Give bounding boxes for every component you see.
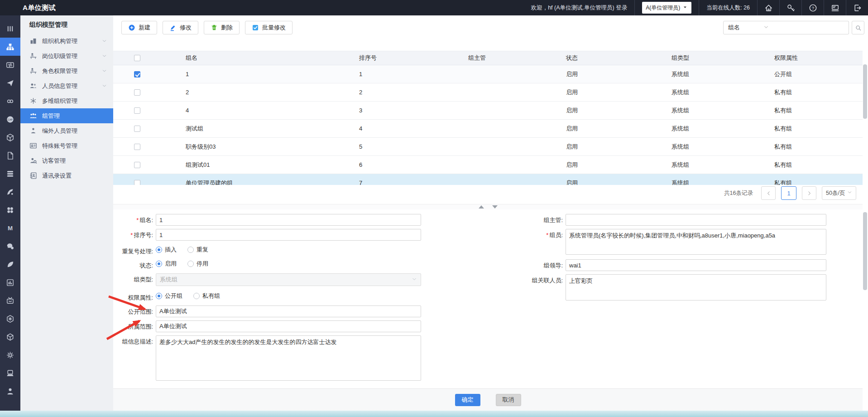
form-scrollbar-thumb[interactable]: [863, 212, 867, 290]
logout-icon[interactable]: [846, 0, 868, 15]
left-field-input-0[interactable]: [156, 214, 421, 226]
sidebar-item-6[interactable]: 编外人员管理: [20, 123, 113, 138]
rail-tv-face-icon[interactable]: [0, 291, 20, 310]
role-select[interactable]: A(单位管理员): [642, 2, 691, 14]
cell-权限属性: 私有组: [749, 179, 863, 185]
chevron-down-icon: [102, 39, 107, 44]
row-checkbox[interactable]: [134, 89, 140, 96]
row-checkbox[interactable]: [134, 144, 140, 150]
rail-book-stack-icon[interactable]: [0, 165, 20, 183]
sidebar-item-3[interactable]: 人员信息管理: [20, 78, 113, 93]
left-field-input-7[interactable]: [156, 320, 421, 332]
edit-button[interactable]: 修改: [163, 21, 198, 34]
right-field-textarea-1[interactable]: 系统管理员(名字较长的时候),集团管理员,中和财吗,a8user1,小唐,mia…: [566, 229, 826, 255]
rail-cap-badge-icon[interactable]: CAP: [0, 110, 20, 128]
cell-状态: 启用: [541, 179, 647, 185]
row-checkbox[interactable]: [134, 107, 140, 114]
row-checkbox[interactable]: [134, 180, 140, 185]
radio-option[interactable]: 插入: [156, 246, 177, 254]
cell-排序号: 3: [334, 107, 443, 114]
sidebar-item-0[interactable]: 组织机构管理: [20, 34, 113, 48]
select-all-checkbox[interactable]: [134, 55, 140, 61]
page-size-select[interactable]: 50条/页: [822, 186, 856, 200]
sidebar-item-1[interactable]: 岗位职级管理: [20, 48, 113, 63]
prev-page-button[interactable]: [761, 186, 776, 200]
sidebar-item-8[interactable]: 访客管理: [20, 153, 113, 168]
field-label: 组类型:: [113, 273, 153, 286]
rail-paint-fan-icon[interactable]: [0, 183, 20, 201]
search-field-select[interactable]: 组名: [723, 21, 774, 34]
rail-chat-bubbles-icon[interactable]: [0, 237, 20, 255]
row-checkbox[interactable]: [134, 71, 140, 78]
collapse-up-button[interactable]: [479, 205, 484, 208]
rail-document-icon[interactable]: [0, 146, 20, 165]
current-page-button[interactable]: 1: [781, 186, 796, 200]
rail-cube-outline-icon[interactable]: [0, 128, 20, 146]
row-checkbox[interactable]: [134, 162, 140, 168]
table-row-2[interactable]: 43启用系统组私有组: [113, 102, 863, 120]
radio-option[interactable]: 私有组: [193, 292, 220, 300]
create-button[interactable]: 新建: [121, 21, 157, 34]
rail-paper-plane-icon[interactable]: [0, 74, 20, 92]
cell-组类型: 系统组: [647, 143, 749, 151]
right-field-textarea-3[interactable]: 上官彩页: [566, 274, 826, 301]
table-row-4[interactable]: 职务级别035启用系统组私有组: [113, 138, 863, 156]
table-scrollbar-thumb[interactable]: [863, 64, 867, 119]
batch-edit-button[interactable]: 批量修改: [245, 21, 293, 34]
right-field-input-2[interactable]: [566, 259, 826, 271]
radio-option[interactable]: 停用: [187, 260, 208, 268]
cell-排序号: 6: [334, 161, 443, 168]
rail-leaf-icon[interactable]: [0, 255, 20, 273]
radio-label: 停用: [197, 260, 208, 268]
rail-org-chart-icon[interactable]: [0, 38, 20, 56]
table-row-5[interactable]: 组测试016启用系统组私有组: [113, 156, 863, 174]
cancel-button[interactable]: 取消: [496, 394, 521, 406]
cell-排序号: 7: [334, 179, 443, 185]
left-field-input-6[interactable]: [156, 305, 421, 317]
rail-letter-m-icon[interactable]: M: [0, 219, 20, 237]
sidebar-item-7[interactable]: 特殊账号管理: [20, 138, 113, 153]
delete-button[interactable]: 删除: [204, 21, 240, 34]
next-page-button[interactable]: [802, 186, 816, 200]
table-row-0[interactable]: 11启用系统组公开组: [113, 65, 863, 83]
rail-cube-icon[interactable]: [0, 328, 20, 346]
collapse-down-button[interactable]: [492, 205, 498, 208]
rail-chain-link-icon[interactable]: [0, 92, 20, 110]
radio-option[interactable]: 启用: [156, 260, 177, 268]
rail-card-arrows-icon[interactable]: [0, 56, 20, 74]
monitor-icon[interactable]: [824, 0, 846, 15]
left-field-textarea-8[interactable]: 差多少大大ad产生的发生的发生的的发生是大发生的四方达富士达发: [156, 335, 421, 381]
rail-person-icon[interactable]: [0, 382, 20, 400]
rail-laptop-icon[interactable]: [0, 364, 20, 382]
pagination: 共16条记录 1 50条/页: [724, 186, 856, 200]
search-input[interactable]: [773, 21, 849, 34]
people-group-icon: [29, 112, 37, 120]
sidebar-item-5[interactable]: 组管理: [20, 108, 113, 123]
right-field-input-0[interactable]: [566, 214, 826, 226]
cell-组类型: 系统组: [647, 179, 749, 185]
left-field-input-1[interactable]: [156, 229, 421, 241]
field-label: 重复号处理:: [113, 245, 153, 253]
home-icon[interactable]: [757, 0, 779, 15]
radio-label: 启用: [165, 260, 177, 268]
search-button[interactable]: [852, 21, 864, 34]
key-icon[interactable]: [779, 0, 801, 15]
table-row-6[interactable]: 单位管理员建的组7启用系统组私有组: [113, 174, 863, 185]
rail-columns-icon[interactable]: [0, 19, 20, 38]
snowflake-icon: [29, 97, 37, 105]
rail-clover-icon[interactable]: [0, 201, 20, 219]
rail-gear-icon[interactable]: [0, 346, 20, 364]
cell-状态: 启用: [541, 70, 647, 78]
radio-option[interactable]: 公开组: [156, 292, 182, 300]
question-circle-icon[interactable]: ?: [801, 0, 824, 15]
confirm-button[interactable]: 确定: [455, 394, 480, 406]
radio-option[interactable]: 重复: [187, 246, 208, 254]
rail-bar-chart-icon[interactable]: [0, 273, 20, 291]
rail-hex-flower-icon[interactable]: [0, 310, 20, 328]
sidebar-item-9[interactable]: 通讯录设置: [20, 168, 113, 183]
sidebar-item-2[interactable]: 角色权限管理: [20, 63, 113, 78]
row-checkbox[interactable]: [134, 126, 140, 132]
table-row-3[interactable]: 测试组4启用系统组私有组: [113, 120, 863, 138]
sidebar-item-4[interactable]: 多维组织管理: [20, 93, 113, 108]
table-row-1[interactable]: 22启用系统组私有组: [113, 83, 863, 102]
